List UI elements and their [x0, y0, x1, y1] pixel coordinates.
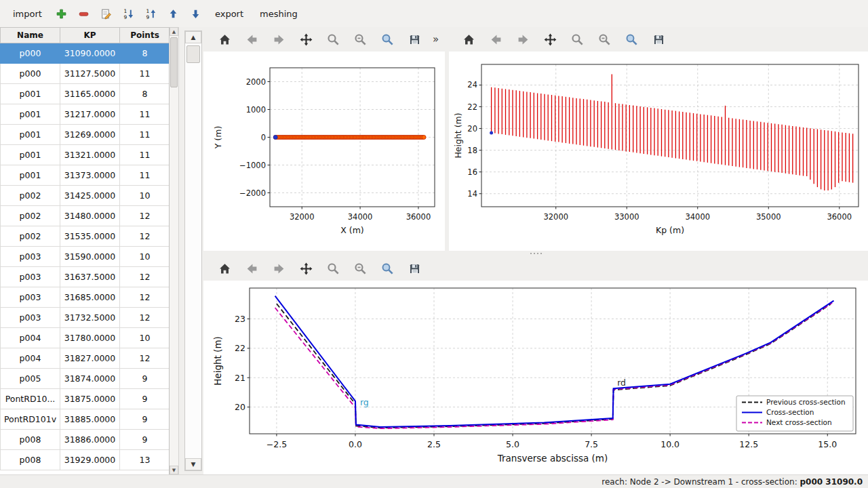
mpl-back-button[interactable]: [486, 29, 506, 49]
table-row[interactable]: p00331590.000010: [1, 247, 170, 267]
table-cell[interactable]: 10: [120, 328, 170, 348]
mpl-save-button[interactable]: [404, 29, 425, 49]
table-cell[interactable]: 9: [120, 369, 170, 389]
table-row[interactable]: p00431827.000012: [1, 348, 170, 369]
table-cell[interactable]: 31885.0000: [60, 409, 120, 430]
mpl-customize-button[interactable]: [377, 258, 397, 279]
table-cell[interactable]: p002: [1, 226, 60, 247]
table-row[interactable]: p00331732.500012: [1, 308, 170, 328]
table-cell[interactable]: p004: [1, 348, 60, 369]
table-cell[interactable]: 31637.5000: [60, 267, 120, 287]
mpl-back-button[interactable]: [241, 258, 262, 279]
mpl-subplots-button[interactable]: [594, 29, 614, 49]
table-row[interactable]: p00131217.000011: [1, 104, 170, 125]
table-cell[interactable]: 8: [120, 84, 170, 104]
table-row[interactable]: p00431780.000010: [1, 328, 170, 348]
table-cell[interactable]: p008: [1, 430, 60, 450]
table-row[interactable]: p00131321.000011: [1, 145, 170, 165]
table-row[interactable]: p00131269.000011: [1, 125, 170, 145]
table-row[interactable]: p00031127.500011: [1, 64, 170, 84]
mpl-save-button[interactable]: [648, 29, 669, 49]
mpl-forward-button[interactable]: [513, 29, 533, 49]
mpl-zoom-button[interactable]: [567, 29, 587, 49]
export-button[interactable]: export: [209, 5, 250, 22]
table-row[interactable]: p00331685.000012: [1, 287, 170, 308]
table-cell[interactable]: p001: [1, 165, 60, 186]
table-cell[interactable]: 12: [120, 287, 170, 308]
mpl-save-button[interactable]: [404, 258, 425, 279]
scroll-up-icon[interactable]: ▲: [170, 27, 178, 36]
table-cell[interactable]: 31732.5000: [60, 308, 120, 328]
panel-scrollbar-thumb[interactable]: [186, 45, 200, 63]
table-cell[interactable]: 31217.0000: [60, 104, 120, 125]
column-header-kp[interactable]: KP: [60, 28, 120, 43]
table-cell[interactable]: 31321.0000: [60, 145, 120, 165]
add-button[interactable]: [52, 5, 71, 23]
table-cell[interactable]: 12: [120, 226, 170, 247]
move-down-button[interactable]: [186, 5, 205, 23]
table-cell[interactable]: 11: [120, 64, 170, 84]
sort-asc-button[interactable]: 19: [142, 5, 160, 23]
mpl-forward-button[interactable]: [269, 258, 289, 279]
table-cell[interactable]: 31269.0000: [60, 125, 120, 145]
table-cell[interactable]: p003: [1, 247, 60, 267]
table-row[interactable]: p00131165.00008: [1, 84, 170, 104]
mpl-customize-button[interactable]: [621, 29, 642, 49]
table-cell[interactable]: p003: [1, 287, 60, 308]
column-header-name[interactable]: Name: [1, 28, 60, 43]
remove-button[interactable]: [75, 5, 93, 23]
table-row[interactable]: p00331637.500012: [1, 267, 170, 287]
table-cell[interactable]: p000: [1, 64, 60, 84]
mpl-back-button[interactable]: [241, 29, 262, 49]
table-scrollbar-thumb[interactable]: [170, 37, 178, 87]
table-cell[interactable]: 11: [120, 125, 170, 145]
table-cell[interactable]: p001: [1, 125, 60, 145]
column-header-points[interactable]: Points: [120, 28, 170, 43]
table-cell[interactable]: p001: [1, 104, 60, 125]
mpl-home-button[interactable]: [214, 258, 235, 279]
mpl-subplots-button[interactable]: [350, 258, 370, 279]
table-row[interactable]: p00231535.000012: [1, 226, 170, 247]
table-cell[interactable]: 31373.0000: [60, 165, 120, 186]
table-row[interactable]: p00131373.000011: [1, 165, 170, 186]
table-row[interactable]: PontRD10...31875.00009: [1, 389, 170, 409]
table-cell[interactable]: p008: [1, 450, 60, 470]
table-cell[interactable]: 12: [120, 308, 170, 328]
table-cell[interactable]: 31090.0000: [60, 43, 120, 64]
table-row[interactable]: p00231480.000012: [1, 206, 170, 226]
table-cell[interactable]: 31535.0000: [60, 226, 120, 247]
table-row[interactable]: p00031090.00008: [1, 43, 170, 64]
scroll-down-icon[interactable]: ▼: [170, 466, 178, 474]
table-cell[interactable]: 31127.5000: [60, 64, 120, 84]
table-cell[interactable]: 31875.0000: [60, 389, 120, 409]
table-cell[interactable]: 12: [120, 267, 170, 287]
sort-desc-button[interactable]: 19: [119, 5, 138, 23]
table-cell[interactable]: 31165.0000: [60, 84, 120, 104]
table-scrollbar[interactable]: ▲ ▼: [170, 27, 179, 474]
table-cell[interactable]: PontRD101v: [1, 409, 60, 430]
table-row[interactable]: p00531874.00009: [1, 369, 170, 389]
table-cell[interactable]: 9: [120, 430, 170, 450]
move-up-button[interactable]: [164, 5, 182, 23]
cross-section-plot-canvas[interactable]: rgrd−2.50.02.55.07.510.012.515.020212223…: [203, 281, 868, 474]
scroll-up-button[interactable]: ▲: [185, 31, 201, 43]
table-cell[interactable]: 31685.0000: [60, 287, 120, 308]
table-row[interactable]: p00831929.000013: [1, 450, 170, 470]
table-cell[interactable]: p004: [1, 328, 60, 348]
mpl-forward-button[interactable]: [269, 29, 289, 49]
horizontal-splitter[interactable]: [203, 251, 868, 256]
table-cell[interactable]: 9: [120, 409, 170, 430]
table-cell[interactable]: 11: [120, 104, 170, 125]
table-cell[interactable]: p003: [1, 308, 60, 328]
xy-plot-canvas[interactable]: 320003400036000−2000−1000010002000X (m)Y…: [203, 52, 445, 251]
mpl-customize-button[interactable]: [377, 29, 397, 49]
table-cell[interactable]: 8: [120, 43, 170, 64]
mpl-zoom-button[interactable]: [323, 258, 343, 279]
table-cell[interactable]: 31874.0000: [60, 369, 120, 389]
table-cell[interactable]: 10: [120, 247, 170, 267]
toolbar-overflow-chevron[interactable]: »: [433, 33, 439, 45]
table-cell[interactable]: 11: [120, 145, 170, 165]
table-cell[interactable]: 31886.0000: [60, 430, 120, 450]
table-cell[interactable]: 31929.0000: [60, 450, 120, 470]
table-cell[interactable]: p005: [1, 369, 60, 389]
